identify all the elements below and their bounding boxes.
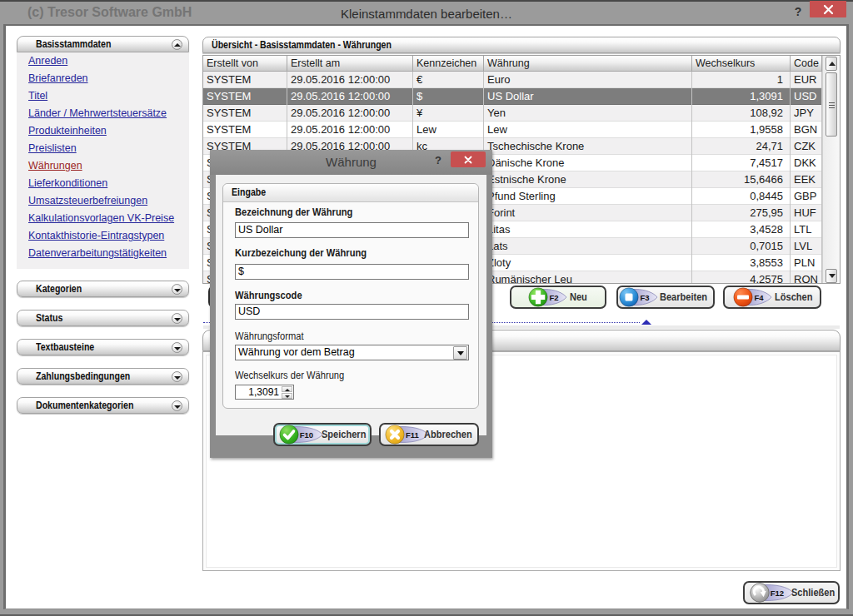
svg-text:F3: F3 xyxy=(640,293,649,302)
svg-text:F2: F2 xyxy=(549,293,558,302)
svg-text:F12: F12 xyxy=(771,589,784,598)
svg-text:F10: F10 xyxy=(300,430,313,440)
svg-text:F11: F11 xyxy=(406,430,420,440)
svg-text:F4: F4 xyxy=(754,293,764,302)
